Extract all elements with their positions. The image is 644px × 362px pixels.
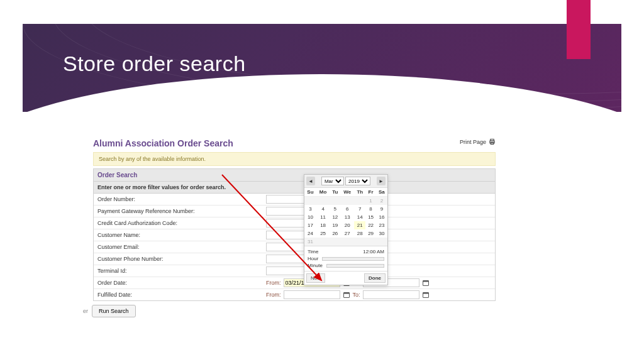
calendar-day	[316, 238, 330, 246]
calendar-day	[330, 238, 340, 246]
calendar-icon[interactable]	[422, 279, 430, 287]
info-bar: Search by any of the available informati…	[93, 152, 496, 166]
dow-header: Mo	[316, 188, 330, 197]
calendar-day[interactable]: 14	[354, 213, 365, 221]
calendar-day[interactable]: 10	[304, 213, 316, 221]
dow-header: Sa	[376, 188, 387, 197]
calendar-day[interactable]: 27	[340, 229, 354, 238]
input-fulfilled-from[interactable]	[284, 290, 340, 299]
truncated-text: er	[83, 308, 88, 314]
calendar-day[interactable]: 26	[330, 229, 340, 238]
calendar-icon[interactable]	[343, 291, 350, 299]
calendar-day[interactable]: 13	[340, 213, 354, 221]
label-customer-phone: Customer Phone Number:	[94, 254, 264, 264]
hour-slider[interactable]	[322, 257, 384, 261]
calendar-day[interactable]: 4	[316, 205, 330, 213]
datepicker-year-select[interactable]: 2019	[345, 177, 370, 185]
label-order-number: Order Number:	[94, 194, 264, 204]
calendar-day[interactable]: 28	[354, 229, 365, 238]
calendar-day	[330, 197, 340, 206]
svg-rect-10	[423, 293, 428, 294]
panel-sub: Enter one or more filter values for orde…	[94, 182, 495, 194]
calendar-day[interactable]: 17	[304, 221, 316, 229]
order-search-panel: Order Search Enter one or more filter va…	[93, 168, 496, 301]
page-heading: Alumni Association Order Search	[93, 138, 496, 148]
accent-tab	[567, 0, 591, 59]
print-label: Print Page	[460, 139, 486, 145]
calendar-day	[354, 238, 365, 246]
calendar-day[interactable]: 2	[376, 197, 387, 206]
calendar-day[interactable]: 18	[316, 221, 330, 229]
label-gateway-ref: Payment Gateway Reference Number:	[94, 206, 264, 216]
dow-header: Th	[354, 188, 365, 197]
calendar-day	[340, 238, 354, 246]
calendar-day[interactable]: 31	[304, 238, 316, 246]
label-customer-email: Customer Email:	[94, 242, 264, 252]
calendar-day[interactable]: 8	[365, 205, 375, 213]
app-screenshot: Alumni Association Order Search Print Pa…	[93, 138, 496, 301]
panel-title: Order Search	[94, 169, 495, 182]
calendar-day[interactable]: 22	[365, 221, 375, 229]
calendar-icon[interactable]	[422, 291, 430, 299]
input-fulfilled-to[interactable]	[363, 290, 419, 299]
print-page-link[interactable]: Print Page	[460, 138, 496, 145]
calendar-day[interactable]: 29	[365, 229, 375, 238]
dow-header: Fr	[365, 188, 375, 197]
calendar-day[interactable]: 15	[365, 213, 375, 221]
dow-header: Tu	[330, 188, 340, 197]
calendar-day[interactable]: 3	[304, 205, 316, 213]
svg-rect-8	[343, 293, 349, 294]
calendar-day[interactable]: 25	[316, 229, 330, 238]
fulfilled-to-label: To:	[353, 292, 360, 298]
calendar-day	[304, 197, 316, 206]
time-value: 12:00 AM	[363, 249, 384, 255]
label-order-date: Order Date:	[94, 278, 264, 288]
datepicker-next-button[interactable]: ►	[377, 177, 386, 185]
calendar-day[interactable]: 16	[376, 213, 387, 221]
label-fulfilled-date: Fulfilled Date:	[94, 290, 264, 300]
label-terminal-id: Terminal Id:	[94, 266, 264, 276]
slide-title: Store order search	[63, 52, 246, 76]
calendar-day[interactable]: 23	[376, 221, 387, 229]
dow-header: We	[340, 188, 354, 197]
calendar-day[interactable]: 1	[365, 197, 375, 206]
run-search-button[interactable]: Run Search	[92, 305, 136, 317]
datepicker-now-button[interactable]: Now	[306, 273, 325, 283]
dow-header: Su	[304, 188, 316, 197]
svg-rect-6	[423, 281, 428, 282]
datepicker-grid: SuMoTuWeThFrSa 1234567891011121314151617…	[304, 188, 387, 246]
calendar-day[interactable]: 11	[316, 213, 330, 221]
calendar-day[interactable]: 7	[354, 205, 365, 213]
calendar-day	[316, 197, 330, 206]
calendar-day	[365, 238, 375, 246]
print-icon	[489, 138, 496, 145]
calendar-day[interactable]: 24	[304, 229, 316, 238]
calendar-day[interactable]: 9	[376, 205, 387, 213]
label-cc-auth: Credit Card Authorization Code:	[94, 218, 264, 228]
datepicker-month-select[interactable]: Mar	[321, 177, 344, 185]
label-customer-name: Customer Name:	[94, 230, 264, 240]
minute-label: Minute	[308, 263, 323, 268]
calendar-day[interactable]: 20	[340, 221, 354, 229]
fulfilled-from-label: From:	[266, 292, 281, 298]
datepicker-prev-button[interactable]: ◄	[306, 177, 315, 185]
time-label: Time	[308, 249, 318, 255]
calendar-day[interactable]: 5	[330, 205, 340, 213]
calendar-day	[376, 238, 387, 246]
datepicker-done-button[interactable]: Done	[364, 273, 386, 283]
calendar-day[interactable]: 30	[376, 229, 387, 238]
calendar-day[interactable]: 12	[330, 213, 340, 221]
calendar-day	[354, 197, 365, 206]
calendar-day[interactable]: 6	[340, 205, 354, 213]
order-date-from-label: From:	[266, 280, 281, 286]
hour-label: Hour	[308, 256, 318, 261]
calendar-day[interactable]: 19	[330, 221, 340, 229]
minute-slider[interactable]	[326, 264, 384, 268]
datepicker-popup: ◄ Mar 2019 ► SuMoTuWeThFrSa 123456789101…	[304, 174, 388, 285]
calendar-day[interactable]: 21	[354, 221, 365, 229]
calendar-day	[340, 197, 354, 206]
